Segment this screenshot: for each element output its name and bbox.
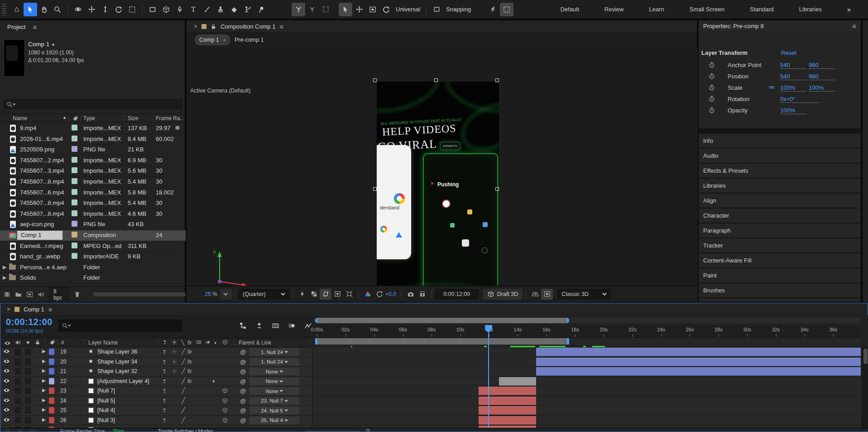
frame-blending-icon[interactable]	[269, 320, 281, 331]
new-composition-icon[interactable]	[26, 291, 33, 298]
panel-tab-content-aware-fill[interactable]: Content-Aware Fill	[699, 253, 861, 267]
stopwatch-icon[interactable]	[709, 96, 715, 102]
snap-bounds-icon[interactable]	[500, 3, 513, 16]
anchor-point-x-value[interactable]: 540	[780, 62, 806, 69]
label-chip[interactable]	[72, 178, 77, 184]
expand-layer-icon[interactable]: ▶	[42, 368, 46, 373]
eye-icon[interactable]	[3, 369, 10, 373]
layer-label-chip[interactable]	[49, 368, 54, 374]
panel-tab-info[interactable]: Info	[699, 134, 861, 148]
project-row[interactable]: 7455607...3.mp4 Importe...MEX 5.6 MB 30	[0, 166, 186, 177]
snapshot-options-icon[interactable]	[17, 428, 23, 432]
quality-switch[interactable]: ╱	[182, 397, 185, 404]
timeline-search-input[interactable]	[58, 320, 182, 331]
channel-icon[interactable]	[362, 289, 374, 300]
quality-switch[interactable]: ╱	[182, 407, 185, 413]
pickwhip-icon[interactable]: @	[240, 378, 246, 385]
column-type[interactable]: Type	[83, 115, 95, 121]
link-dimensions-icon[interactable]	[768, 84, 775, 90]
quality-switch[interactable]: ╱	[182, 378, 185, 384]
hide-shy-layers-icon[interactable]	[253, 320, 265, 331]
camera-bounds-tool-icon[interactable]	[125, 3, 139, 16]
layer-name-column[interactable]: Layer Name	[88, 340, 118, 346]
brush-tool-icon[interactable]	[200, 3, 214, 16]
adjustment-switch-icon[interactable]: ◐	[214, 340, 217, 346]
layer-row[interactable]: ▶ 20 ★ Shape Layer 34 ╱ fx @ 1. Null 24	[0, 357, 312, 367]
selection-handle[interactable]	[495, 78, 499, 82]
quality-switch[interactable]: ╱	[182, 348, 185, 355]
exposure-icon[interactable]	[374, 289, 385, 300]
layer-track[interactable]	[313, 386, 868, 396]
rectangle-tool-icon[interactable]	[146, 3, 159, 16]
pickwhip-icon[interactable]: @	[240, 398, 246, 404]
label-chip[interactable]	[72, 243, 77, 248]
layer-name[interactable]: [Null 4]	[97, 407, 115, 413]
column-size[interactable]: Size	[128, 115, 138, 121]
transparency-grid-icon[interactable]	[308, 289, 320, 300]
puppet-pin-tool-icon[interactable]	[254, 3, 268, 16]
rotation-value[interactable]: 0x+0°	[780, 96, 819, 103]
expand-layer-icon[interactable]: ▶	[42, 398, 46, 403]
layer-row[interactable]: ▶ 21 ★ Shape Layer 32 ╱ fx @ None	[0, 367, 312, 377]
layer-row[interactable]: ▶ 19 ★ Shape Layer 36 ╱ fx @ 1. Null 24	[0, 347, 312, 357]
panel-tab-tracker[interactable]: Tracker	[699, 238, 861, 252]
universal-gizmo-label[interactable]: Universal	[396, 6, 420, 13]
layer-name[interactable]: Shape Layer 34	[97, 359, 137, 365]
effects-switch-icon[interactable]: fx	[187, 340, 192, 346]
shy-switch[interactable]	[162, 398, 167, 403]
selection-tool-icon[interactable]	[24, 3, 37, 16]
shy-switch[interactable]	[162, 349, 167, 354]
viewer-tab-title[interactable]: Composition Comp 1	[221, 23, 275, 30]
parent-dropdown[interactable]: 24. Null 5	[249, 407, 299, 414]
label-chip[interactable]	[72, 210, 77, 216]
column-framerate[interactable]: Frame Ra..	[156, 115, 183, 121]
panel-tab-paragraph[interactable]: Paragraph	[699, 223, 861, 238]
label-chip[interactable]	[72, 253, 77, 259]
scale-x-value[interactable]: 100%	[780, 84, 806, 92]
viewer-canvas[interactable]: Active Camera (Default) ALL DESIGNED IN …	[187, 48, 698, 286]
snapshot-icon[interactable]	[405, 289, 417, 300]
eye-icon[interactable]	[3, 388, 10, 393]
fast-preview-options-icon[interactable]	[29, 428, 36, 432]
quality-switch[interactable]: ╱	[182, 387, 185, 394]
scale-y-value[interactable]: 100%	[809, 84, 835, 92]
collapse-switch[interactable]	[172, 369, 177, 374]
renderer-dropdown[interactable]: Classic 3D	[557, 289, 611, 299]
shy-switch-icon[interactable]	[162, 340, 168, 345]
layer-number-column[interactable]: #	[61, 340, 64, 346]
expand-layer-icon[interactable]: ▶	[42, 417, 46, 422]
dolly-camera-tool-icon[interactable]	[98, 3, 112, 16]
horizontal-scrollbar[interactable]	[93, 292, 186, 296]
gizmo-select-icon[interactable]	[339, 3, 352, 16]
layer-duration-bar[interactable]	[536, 348, 861, 356]
layer-track[interactable]	[313, 377, 868, 387]
project-row-folder[interactable]: ▶ Persona...e 4.aep Folder	[0, 262, 186, 273]
parent-dropdown[interactable]: 1. Null 24	[249, 348, 299, 356]
item-dropdown-icon[interactable]: ▼	[51, 43, 55, 47]
zoom-tool-icon[interactable]	[51, 3, 64, 16]
quality-switch[interactable]: ╱	[182, 358, 185, 365]
workspace-tab-libraries[interactable]: Libraries	[786, 6, 834, 13]
eye-icon[interactable]	[3, 417, 10, 422]
panel-tab-paint[interactable]: Paint	[699, 268, 861, 282]
shy-switch[interactable]	[162, 408, 167, 413]
shy-switch[interactable]	[162, 369, 167, 374]
project-row[interactable]: 7455607...8.mp4 Importe...MEX 5.4 MB 30	[0, 177, 186, 188]
quality-switch[interactable]: ╱	[182, 417, 185, 423]
parent-dropdown[interactable]: None	[249, 378, 299, 385]
view-axis-mode-icon[interactable]	[319, 3, 332, 16]
parent-dropdown[interactable]: None	[249, 387, 299, 395]
work-area-track[interactable]	[313, 338, 861, 345]
navigator-viewed-region[interactable]	[315, 318, 569, 323]
panel-menu-icon[interactable]: ≡	[48, 306, 53, 313]
expand-folder-icon[interactable]: ▶	[3, 264, 6, 270]
cube-tool-icon[interactable]	[159, 3, 173, 16]
layer-track[interactable]	[313, 396, 868, 406]
sort-ascending-icon[interactable]: ▲	[62, 115, 67, 120]
gizmo-move-icon[interactable]	[352, 3, 366, 16]
parent-dropdown[interactable]: None	[249, 368, 299, 375]
layer-track[interactable]	[313, 347, 868, 357]
motion-blur-icon[interactable]	[286, 320, 297, 331]
layer-row[interactable]: ▶ 26 [Null 3] ╱ @ 25. Null 4	[0, 416, 312, 426]
rotation-tool-icon[interactable]	[112, 3, 125, 16]
